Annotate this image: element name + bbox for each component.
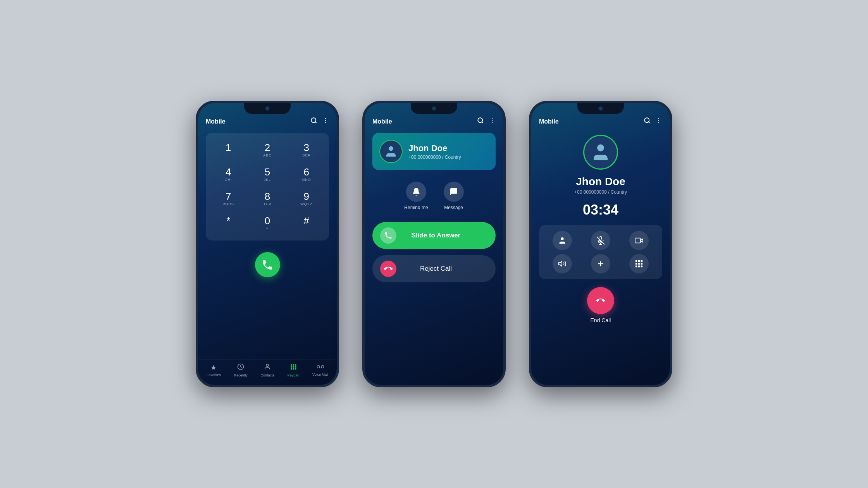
caller-avatar: [379, 140, 403, 163]
svg-point-6: [266, 364, 269, 366]
key-star[interactable]: *: [210, 212, 247, 235]
remind-me-button[interactable]: Remind me: [404, 182, 428, 210]
nav-recently[interactable]: Recently: [234, 363, 248, 377]
remind-me-label: Remind me: [404, 205, 428, 210]
camera: [265, 106, 270, 111]
contact-button[interactable]: [553, 231, 572, 250]
speaker-button[interactable]: [553, 254, 572, 273]
key-hash[interactable]: #: [288, 212, 325, 235]
header-icons: [310, 117, 329, 126]
caller-number: +00 000000000 / Country: [408, 155, 461, 160]
nav-keypad[interactable]: Keypad: [288, 363, 300, 377]
star-icon: ★: [210, 363, 217, 372]
controls-grid: [539, 225, 662, 279]
search-icon[interactable]: [310, 117, 317, 126]
svg-rect-13: [291, 368, 292, 370]
header-incoming: Mobile: [365, 114, 503, 129]
menu-icon-active[interactable]: [655, 117, 662, 126]
notch: [244, 103, 291, 114]
svg-rect-42: [641, 260, 643, 262]
key-0[interactable]: 0 +: [249, 212, 286, 235]
video-button[interactable]: [629, 231, 649, 250]
key-8[interactable]: 8 TUV: [249, 187, 286, 210]
svg-point-30: [597, 144, 604, 151]
search-icon-active[interactable]: [644, 117, 651, 126]
svg-rect-7: [291, 364, 292, 366]
caller-card: Jhon Doe +00 000000000 / Country: [372, 133, 496, 170]
message-button[interactable]: Message: [444, 182, 464, 210]
key-4[interactable]: 4 GHI: [210, 163, 247, 186]
key-6[interactable]: 6 MNO: [288, 163, 325, 186]
caller-info: Jhon Doe +00 000000000 / Country: [408, 143, 461, 160]
call-timer: 03:34: [583, 202, 618, 218]
voicemail-icon: [317, 363, 324, 371]
phone-screen-keypad: Mobile 1 2 ABC: [198, 103, 337, 385]
svg-rect-46: [636, 266, 637, 268]
key-9[interactable]: 9 WQYZ: [288, 187, 325, 210]
phone-screen-active: Mobile Jhon Doe +00 000000000 / Country …: [531, 103, 670, 385]
key-7[interactable]: 7 PQRS: [210, 187, 247, 210]
add-call-button[interactable]: [591, 254, 610, 273]
nav-voicemail[interactable]: Voice Mail: [312, 363, 328, 377]
mute-button[interactable]: [591, 231, 610, 250]
svg-rect-45: [641, 263, 643, 265]
bell-icon: [406, 182, 426, 202]
phone-keypad: Mobile 1 2 ABC: [196, 101, 339, 387]
key-2[interactable]: 2 ABC: [249, 139, 286, 162]
nav-keypad-label: Keypad: [288, 373, 300, 377]
menu-icon-incoming[interactable]: [489, 117, 496, 126]
key-1[interactable]: 1: [210, 139, 247, 162]
keypad-button[interactable]: [629, 254, 649, 273]
reject-call-label: Reject Call: [400, 265, 488, 273]
answer-phone-icon: [380, 227, 396, 244]
search-icon-incoming[interactable]: [477, 117, 484, 126]
svg-point-24: [389, 146, 393, 151]
keypad-grid: 1 2 ABC 3 DEF 4 GHI 5 JKL: [206, 133, 329, 241]
header-active: Mobile: [531, 114, 670, 129]
reject-phone-icon: [380, 261, 396, 277]
nav-recently-label: Recently: [234, 373, 248, 377]
svg-rect-12: [295, 366, 296, 368]
reject-call-button[interactable]: Reject Call: [372, 255, 496, 282]
svg-marker-35: [641, 239, 643, 242]
header-title-incoming: Mobile: [372, 118, 392, 125]
svg-point-23: [492, 122, 493, 123]
header-icons-incoming: [477, 117, 496, 126]
call-button[interactable]: [255, 252, 280, 277]
caller-name: Jhon Doe: [408, 143, 461, 153]
nav-contacts[interactable]: Contacts: [260, 363, 274, 377]
svg-point-17: [321, 366, 324, 368]
header-icons-active: [644, 117, 662, 126]
active-call-area: Jhon Doe +00 000000000 / Country 03:34: [531, 129, 670, 385]
header-title-active: Mobile: [539, 118, 559, 125]
svg-point-19: [478, 118, 482, 122]
svg-rect-14: [293, 368, 294, 370]
svg-point-22: [492, 120, 493, 121]
end-call-container: End Call: [587, 287, 614, 323]
end-call-button[interactable]: [587, 287, 614, 314]
svg-point-25: [644, 118, 649, 122]
svg-point-3: [325, 120, 326, 121]
end-call-label: End Call: [591, 317, 611, 323]
header: Mobile: [198, 114, 337, 129]
svg-rect-36: [635, 238, 641, 243]
nav-voicemail-label: Voice Mail: [312, 373, 328, 376]
svg-rect-43: [636, 263, 637, 265]
key-5[interactable]: 5 JKL: [249, 163, 286, 186]
nav-favorites-label: Favorites: [207, 373, 221, 377]
svg-rect-48: [641, 266, 643, 268]
svg-point-28: [658, 120, 659, 121]
slide-answer-button[interactable]: Slide to Answer: [372, 222, 496, 249]
key-3[interactable]: 3 DEF: [288, 139, 325, 162]
nav-favorites[interactable]: ★ Favorites: [207, 363, 221, 377]
phone-screen-incoming: Mobile Jhon Doe +00 000000000 / Country: [365, 103, 503, 385]
incoming-area: Jhon Doe +00 000000000 / Country Remind …: [365, 129, 503, 385]
notch-active: [577, 103, 624, 114]
svg-line-1: [315, 122, 316, 123]
svg-point-21: [492, 118, 493, 119]
svg-rect-9: [295, 364, 296, 366]
svg-point-2: [325, 118, 326, 119]
menu-icon[interactable]: [322, 117, 329, 126]
message-icon: [444, 182, 464, 202]
svg-point-4: [325, 122, 326, 123]
